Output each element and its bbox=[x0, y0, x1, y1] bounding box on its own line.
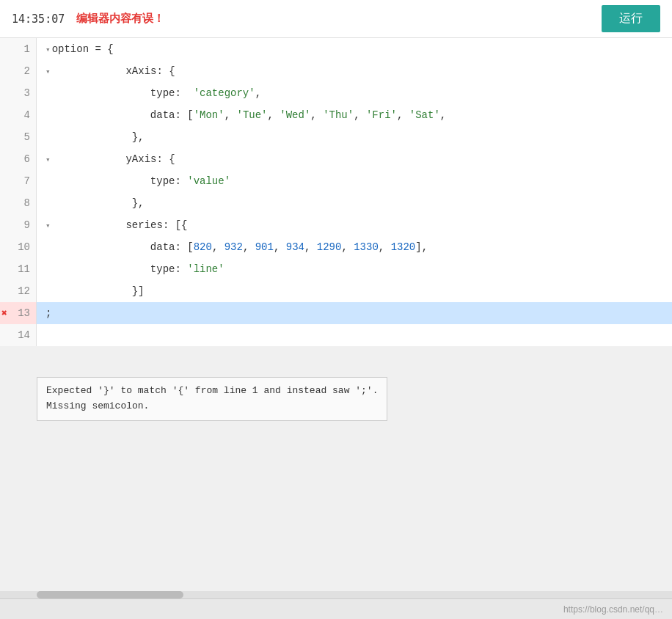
line-num-13: ✖ 13 bbox=[0, 302, 36, 324]
code-line-4: data: ['Mon', 'Tue', 'Wed', 'Thu', 'Fri'… bbox=[37, 104, 672, 126]
editor-error-banner: 编辑器内容有误！ bbox=[76, 12, 164, 26]
code-line-10: data: [820, 932, 901, 934, 1290, 1330, 1… bbox=[37, 236, 672, 258]
scrollbar-area[interactable] bbox=[0, 591, 672, 598]
header-left: 14:35:07 编辑器内容有误！ bbox=[12, 12, 164, 26]
error-icon: ✖ bbox=[1, 307, 7, 319]
code-line-1: ▾ option = { bbox=[37, 38, 672, 60]
line-num-4: 4 bbox=[0, 104, 36, 126]
header: 14:35:07 编辑器内容有误！ 运行 bbox=[0, 0, 672, 38]
code-line-11: type: 'line' bbox=[37, 258, 672, 280]
footer-bar: https://blog.csdn.net/qq… bbox=[0, 598, 672, 619]
line-num-5: 5 bbox=[0, 126, 36, 148]
line-num-2: 2 bbox=[0, 60, 36, 82]
error-tooltip: Expected '}' to match '{' from line 1 an… bbox=[37, 377, 387, 421]
line-num-3: 3 bbox=[0, 82, 36, 104]
code-line-9: ▾ series: [{ bbox=[37, 214, 672, 236]
fold-arrow-6[interactable]: ▾ bbox=[45, 155, 51, 164]
line-num-10: 10 bbox=[0, 236, 36, 258]
code-area: 1 2 3 4 5 6 7 8 9 10 11 12 ✖ 13 14 ▾ opt… bbox=[0, 38, 672, 346]
run-button[interactable]: 运行 bbox=[602, 5, 660, 32]
code-line-2: ▾ xAxis: { bbox=[37, 60, 672, 82]
code-line-8: }, bbox=[37, 192, 672, 214]
line-num-7: 7 bbox=[0, 170, 36, 192]
line-num-1: 1 bbox=[0, 38, 36, 60]
code-line-3: type: 'category', bbox=[37, 82, 672, 104]
editor-container: 1 2 3 4 5 6 7 8 9 10 11 12 ✖ 13 14 ▾ opt… bbox=[0, 38, 672, 346]
line-num-12: 12 bbox=[0, 280, 36, 302]
line-num-8: 8 bbox=[0, 192, 36, 214]
fold-arrow-9[interactable]: ▾ bbox=[45, 221, 51, 230]
line-numbers: 1 2 3 4 5 6 7 8 9 10 11 12 ✖ 13 14 bbox=[0, 38, 37, 346]
fold-arrow-1[interactable]: ▾ bbox=[45, 45, 51, 54]
fold-arrow-2[interactable]: ▾ bbox=[45, 67, 51, 76]
line-num-9: 9 bbox=[0, 214, 36, 236]
timestamp: 14:35:07 bbox=[12, 12, 65, 26]
code-lines[interactable]: ▾ option = { ▾ xAxis: { type: 'category'… bbox=[37, 38, 672, 346]
line-num-14: 14 bbox=[0, 324, 36, 346]
code-line-12: }] bbox=[37, 280, 672, 302]
error-tooltip-line1: Expected '}' to match '{' from line 1 an… bbox=[46, 384, 378, 399]
line-num-6: 6 bbox=[0, 148, 36, 170]
code-line-5: }, bbox=[37, 126, 672, 148]
error-tooltip-line2: Missing semicolon. bbox=[46, 399, 378, 414]
code-line-6: ▾ yAxis: { bbox=[37, 148, 672, 170]
line-num-11: 11 bbox=[0, 258, 36, 280]
code-line-7: type: 'value' bbox=[37, 170, 672, 192]
footer-url: https://blog.csdn.net/qq… bbox=[563, 604, 663, 615]
code-line-13: ; bbox=[37, 302, 672, 324]
code-line-14 bbox=[37, 324, 672, 346]
scrollbar-thumb[interactable] bbox=[37, 591, 183, 598]
